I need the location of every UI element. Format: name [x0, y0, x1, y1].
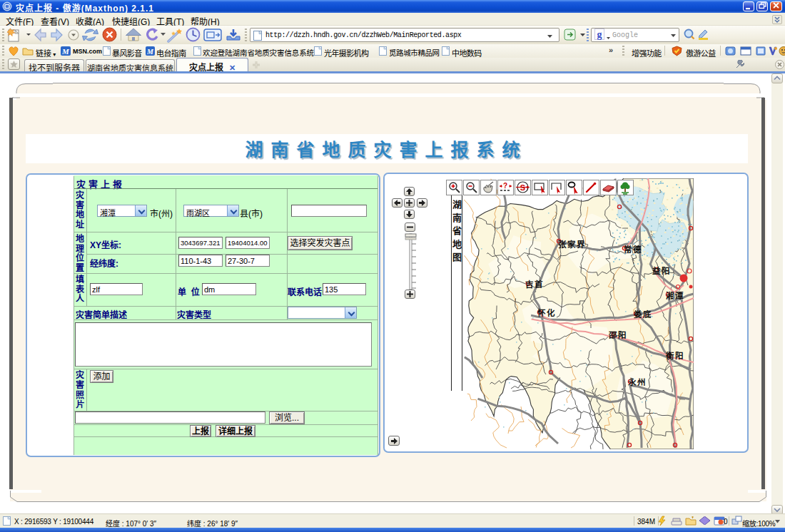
svg-text:M: M [146, 48, 154, 56]
svg-text:吉首: 吉首 [525, 278, 544, 290]
svg-text:?: ? [503, 182, 507, 190]
svg-text:M: M [61, 47, 70, 56]
svg-text:娄底: 娄底 [634, 308, 652, 319]
svg-text:益阳: 益阳 [652, 265, 671, 276]
svg-text:衡阳: 衡阳 [666, 349, 684, 361]
svg-text:常德: 常德 [624, 243, 642, 255]
svg-text:湘潭: 湘潭 [666, 290, 684, 301]
svg-text:怀化: 怀化 [537, 307, 556, 318]
svg-text:张家界: 张家界 [558, 238, 586, 250]
svg-text:邵阳: 邵阳 [608, 329, 627, 340]
svg-text:永州: 永州 [627, 376, 647, 387]
